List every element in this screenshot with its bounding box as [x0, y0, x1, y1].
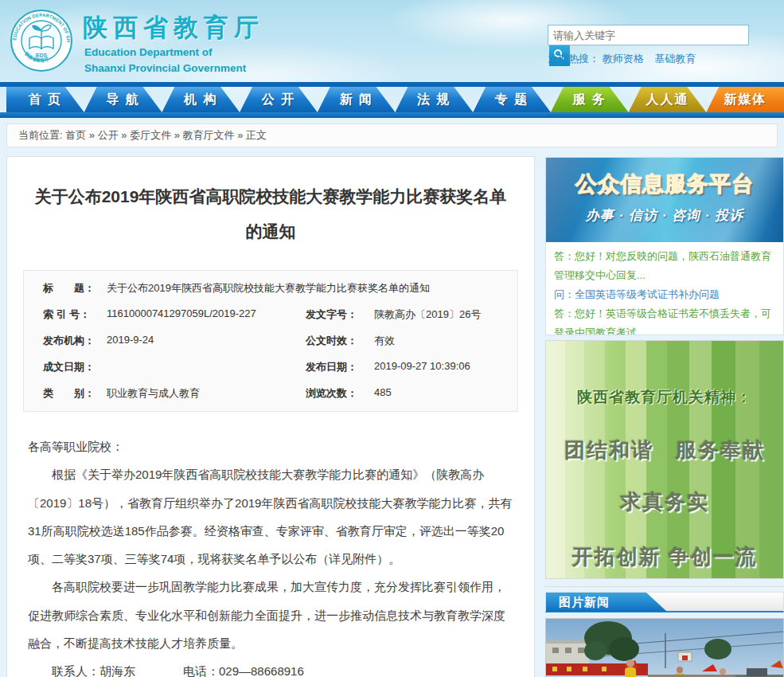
nav-tab-home[interactable]: 首 页 [6, 87, 84, 112]
nav-tab-news[interactable]: 新 闻 [318, 87, 396, 112]
hot-term-link[interactable]: 基础教育 [654, 53, 696, 65]
meta-label: 浏览次数： [306, 386, 374, 401]
meta-value-doc-no: 陕教高办〔2019〕26号 [374, 307, 509, 322]
site-logo[interactable]: EDUCATION DEPARTMENT OF SHAANXI 陕西省教育厅 E… [10, 9, 73, 72]
meta-label: 索 引 号： [24, 307, 107, 322]
document-meta-table: 标 题： 关于公布2019年陕西省高职院校技能大赛教学能力比赛获奖名单的通知 索… [23, 270, 518, 412]
hot-search: 近期热搜： 教师资格 基础教育 [548, 52, 704, 66]
article-panel: 关于公布2019年陕西省高职院校技能大赛教学能力比赛获奖名单的通知 标 题： 关… [6, 156, 535, 677]
nav-tab-regulations[interactable]: 法 规 [396, 87, 474, 112]
photo-news-image[interactable] [545, 618, 784, 677]
meta-label: 标 题： [24, 281, 107, 295]
meta-label: 发文字号： [306, 307, 374, 322]
nav-tab-newmedia[interactable]: 新媒体 [706, 87, 784, 112]
nav-tab-agencies[interactable]: 机 构 [162, 87, 240, 112]
divider [545, 586, 784, 587]
paragraph: 各高职院校要进一步巩固教学能力比赛成果，加大宣传力度，充分发挥比赛引领作用，促进… [28, 573, 513, 657]
meta-label: 发布机构： [24, 334, 107, 348]
banner-subtitle: 办事 · 信访 · 咨询 · 投诉 [546, 206, 783, 225]
qa-list: 答：您好！对您反映的问题，陕西石油普通教育管理移交中心回复... 问：全国英语等… [546, 242, 783, 335]
meta-label: 发布日期： [306, 360, 374, 374]
meta-label: 公文时效： [306, 334, 374, 348]
spirit-banner: 陕西省教育厅机关精神： 团结和谐 服务奉献 求真务实 开拓创新 争创一流 [545, 340, 784, 579]
meta-value-category: 职业教育与成人教育 [107, 386, 306, 401]
meta-value-validity: 有效 [374, 334, 509, 348]
spirit-heading: 陕西省教育厅机关精神： [546, 387, 783, 408]
sidebar: 公众信息服务平台 办事 · 信访 · 咨询 · 投诉 答：您好！对您反映的问题，… [545, 157, 784, 677]
nav-tab-guide[interactable]: 导 航 [84, 87, 162, 112]
spirit-line: 开拓创新 争创一流 [546, 543, 783, 571]
qa-item-answer[interactable]: 答：您好！英语等级合格证书若不慎丢失者，可登录中国教育考试... [554, 304, 775, 335]
meta-value-title: 关于公布2019年陕西省高职院校技能大赛教学能力比赛获奖名单的通知 [107, 281, 509, 295]
paragraph: 根据《关于举办2019年陕西省高职院校技能大赛教学能力比赛的通知》（陕教高办〔2… [28, 460, 513, 573]
public-service-banner[interactable]: 公众信息服务平台 办事 · 信访 · 咨询 · 投诉 [546, 158, 783, 242]
search-bar [548, 25, 773, 45]
meta-value-index: 11610000741297059L/2019-227 [107, 307, 306, 322]
meta-value-publish-date: 2019-09-27 10:39:06 [374, 360, 509, 374]
article-body: 各高等职业院校： 根据《关于举办2019年陕西省高职院校技能大赛教学能力比赛的通… [28, 432, 513, 677]
page: EDUCATION DEPARTMENT OF SHAANXI 陕西省教育厅 E… [0, 0, 784, 677]
nav-tab-renrentong[interactable]: 人人通 [629, 87, 707, 112]
banner-title: 公众信息服务平台 [546, 170, 783, 198]
meta-label: 成文日期： [24, 360, 107, 374]
nav-strip-bottom [0, 112, 784, 118]
breadcrumb[interactable]: 当前位置: 首页 » 公开 » 委厅文件 » 教育厅文件 » 正文 [6, 123, 778, 147]
article-title: 关于公布2019年陕西省高职院校技能大赛教学能力比赛获奖名单的通知 [29, 179, 512, 249]
nav-tab-services[interactable]: 服 务 [551, 87, 629, 112]
spirit-line: 团结和谐 服务奉献 [546, 436, 783, 464]
spirit-line: 求真务实 [546, 488, 783, 516]
meta-value-written-date [107, 360, 306, 374]
photo-news-title-tab[interactable]: 图片新闻 [546, 593, 667, 612]
nav-tab-topics[interactable]: 专 题 [473, 87, 551, 112]
main-nav: 首 页 导 航 机 构 公 开 新 闻 法 规 专 题 服 务 人人通 新媒体 [0, 82, 784, 118]
logo-eds-text: EDS [36, 53, 48, 58]
photo-news-header: 图片新闻 [545, 592, 784, 612]
nav-tabs: 首 页 导 航 机 构 公 开 新 闻 法 规 专 题 服 务 人人通 新媒体 [6, 87, 784, 112]
site-title: 陕西省教育厅 [83, 11, 264, 45]
qa-item-question[interactable]: 问：全国英语等级考试证书补办问题 [554, 285, 775, 304]
nav-tab-disclosure[interactable]: 公 开 [240, 87, 318, 112]
site-subtitle: Education Department of Shaanxi Provinci… [84, 45, 246, 76]
meta-label: 类 别： [24, 386, 107, 401]
hot-term-link[interactable]: 教师资格 [603, 53, 644, 65]
search-input[interactable] [548, 25, 749, 45]
salutation: 各高等职业院校： [28, 432, 513, 460]
contact-line: 联系人：胡海东 电话：029—88668916 [28, 657, 513, 677]
public-service-box: 公众信息服务平台 办事 · 信访 · 咨询 · 投诉 答：您好！对您反映的问题，… [545, 157, 784, 335]
meta-value-views: 485 [374, 386, 509, 401]
qa-item-answer[interactable]: 答：您好！对您反映的问题，陕西石油普通教育管理移交中心回复... [554, 247, 775, 285]
meta-value-agency: 2019-9-24 [107, 334, 306, 348]
hot-search-label: 近期热搜： [548, 53, 599, 65]
